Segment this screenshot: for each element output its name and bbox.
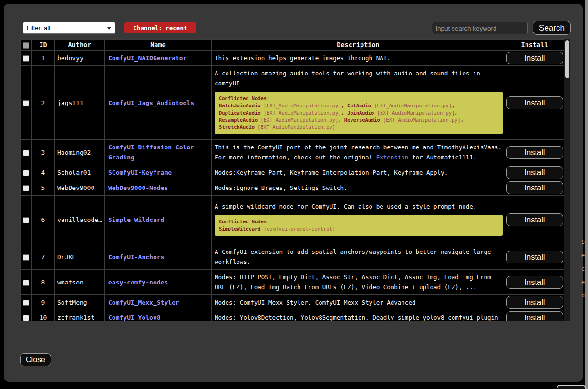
row-id: 8: [32, 270, 55, 295]
install-button[interactable]: Install: [506, 166, 563, 179]
header-id: ID: [32, 40, 55, 51]
table-scrollbar-thumb[interactable]: [565, 40, 569, 78]
row-id: 1: [32, 51, 55, 66]
filter-select[interactable]: Filter: all: [23, 22, 115, 34]
table-row: 6 vanillacode… Simple Wildcard A simple …: [21, 196, 565, 244]
node-name-link[interactable]: easy-comfy-nodes: [108, 279, 168, 286]
select-all-checkbox[interactable]: [23, 42, 29, 49]
row-description: Nodes:Ignore Braces, Settings Switch.: [212, 180, 505, 196]
row-checkbox[interactable]: [23, 185, 29, 191]
install-button[interactable]: Install: [506, 146, 563, 159]
close-button[interactable]: Close: [20, 353, 51, 366]
install-button[interactable]: Install: [506, 96, 563, 109]
header-install: Install: [505, 40, 565, 51]
table-row: 10 zcfrank1st ComfyUI Yolov8 Nodes: Yolo…: [21, 310, 565, 322]
row-checkbox[interactable]: [23, 300, 29, 306]
row-author: WebDev9000: [55, 180, 105, 196]
row-description: Nodes: Yolov8Detection, Yolov8Segmentati…: [212, 310, 505, 322]
node-name-link[interactable]: ComfyUI Diffusion Color Grading: [108, 144, 194, 161]
row-description: Nodes: HTTP POST, Empty Dict, Assoc Str,…: [212, 270, 505, 295]
description-text: A simple wildcard node for ComfyUI. Can …: [215, 201, 503, 211]
row-author: zcfrank1st: [55, 310, 105, 322]
node-name-link[interactable]: ComfyUI Yolov8: [108, 314, 161, 321]
row-id: 10: [32, 310, 55, 322]
node-name-link[interactable]: ComfyUI_Jags_Audiotools: [108, 99, 194, 106]
row-id: 5: [32, 180, 55, 196]
channel-badge: Channel: recent: [124, 22, 196, 33]
header-author: Author: [55, 40, 105, 51]
conflict-item: SimpleWildcard [comfyui-prompt-control]: [219, 226, 335, 231]
filter-select-value: Filter: all: [27, 24, 50, 32]
row-description: This is the ComfyUI port of the joint re…: [212, 140, 505, 165]
row-checkbox[interactable]: [23, 170, 29, 176]
row-author: bedovyy: [55, 51, 105, 66]
row-author: wmatson: [55, 270, 105, 295]
row-checkbox[interactable]: [23, 315, 29, 321]
row-author: Scholar01: [55, 165, 105, 180]
table-row: 1 bedovyy ComfyUI_NAIDGenerator This ext…: [21, 51, 565, 66]
conflict-item: ReverseAudio [EXT_AudioManipulation.py]: [344, 117, 464, 123]
header-description: Description: [212, 40, 505, 51]
row-id: 6: [32, 196, 55, 244]
conflict-item: BatchJoinAudio [EXT_AudioManipulation.py…: [219, 103, 347, 108]
row-id: 3: [32, 140, 55, 165]
row-checkbox[interactable]: [23, 150, 29, 156]
conflict-item: CutAudio [EXT_AudioManipulation.py]: [347, 103, 454, 108]
conflict-item: DuplicateAudio [EXT_AudioManipulation.py…: [219, 110, 347, 116]
row-checkbox[interactable]: [23, 100, 29, 106]
row-author: DrJKL: [55, 244, 105, 270]
table-scrollbar[interactable]: [564, 39, 570, 321]
table-row: 8 wmatson easy-comfy-nodes Nodes: HTTP P…: [21, 270, 565, 295]
conflict-warning: Conflicted Nodes: BatchJoinAudio [EXT_Au…: [215, 92, 503, 134]
node-name-link[interactable]: Simple Wildcard: [108, 216, 164, 223]
node-name-link[interactable]: SComfyUI-Keyframe: [108, 169, 172, 176]
chevron-down-icon: [107, 27, 111, 30]
row-checkbox[interactable]: [23, 254, 29, 261]
row-id: 2: [32, 66, 55, 140]
row-checkbox[interactable]: [23, 280, 29, 286]
description-text: A collection amazing audio tools for wor…: [215, 68, 503, 88]
table-header-row: ID Author Name Description Install: [21, 40, 565, 51]
header-name: Name: [105, 40, 212, 51]
search-button[interactable]: Search: [533, 21, 571, 35]
row-author: Haoming02: [55, 140, 105, 165]
row-checkbox[interactable]: [23, 217, 29, 223]
row-checkbox[interactable]: [23, 55, 29, 62]
table-row: 2 jags111 ComfyUI_Jags_Audiotools A coll…: [21, 66, 565, 140]
node-name-link[interactable]: ComfyUI-Anchors: [108, 253, 164, 261]
conflict-item: StretchAudio [EXT_AudioManipulation.py]: [219, 124, 335, 130]
row-author: SoftMeng: [55, 295, 105, 310]
row-author: jags111: [55, 66, 105, 140]
node-name-link[interactable]: ComfyUI_NAIDGenerator: [108, 54, 186, 62]
background-partial-button[interactable]: [557, 385, 586, 389]
install-button[interactable]: Install: [506, 276, 563, 289]
node-name-link[interactable]: ComfyUI_Mexx_Styler: [108, 299, 179, 306]
table-row: 4 Scholar01 SComfyUI-Keyframe Nodes:Keyf…: [21, 165, 565, 180]
row-id: 7: [32, 244, 55, 270]
custom-node-manager-dialog: Filter: all Channel: recent Search ID Au…: [4, 4, 583, 382]
row-description: Nodes: ComfyUI Mexx Styler, ComfyUI Mexx…: [212, 295, 505, 310]
extension-link[interactable]: Extension: [376, 154, 409, 161]
row-description: A ComfyUI extension to add spatial ancho…: [212, 244, 505, 270]
conflict-title: Conflicted Nodes:: [219, 95, 498, 102]
custom-nodes-table: ID Author Name Description Install 1 bed…: [20, 39, 570, 321]
table-row: 7 DrJKL ComfyUI-Anchors A ComfyUI extens…: [21, 244, 565, 270]
install-button[interactable]: Install: [506, 296, 563, 309]
row-description: This extension helps generate images thr…: [212, 51, 505, 66]
conflict-title: Conflicted Nodes:: [219, 218, 498, 225]
table-row: 5 WebDev9000 WebDev9000-Nodes Nodes:Igno…: [21, 180, 565, 196]
row-id: 9: [32, 295, 55, 310]
search-input[interactable]: [432, 22, 528, 34]
conflict-warning: Conflicted Nodes: SimpleWildcard [comfyu…: [215, 215, 503, 236]
page-scrollbar[interactable]: [585, 0, 588, 389]
install-button[interactable]: Install: [506, 181, 563, 194]
row-description: A collection amazing audio tools for wor…: [212, 66, 505, 140]
conflict-item: JoinAudio [EXT_AudioManipulation.py]: [347, 110, 458, 116]
install-button[interactable]: Install: [506, 311, 563, 321]
node-name-link[interactable]: WebDev9000-Nodes: [108, 184, 168, 191]
install-button[interactable]: Install: [506, 213, 563, 226]
install-button[interactable]: Install: [506, 251, 563, 263]
install-button[interactable]: Install: [506, 52, 563, 64]
table-row: 9 SoftMeng ComfyUI_Mexx_Styler Nodes: Co…: [21, 295, 565, 310]
row-id: 4: [32, 165, 55, 180]
